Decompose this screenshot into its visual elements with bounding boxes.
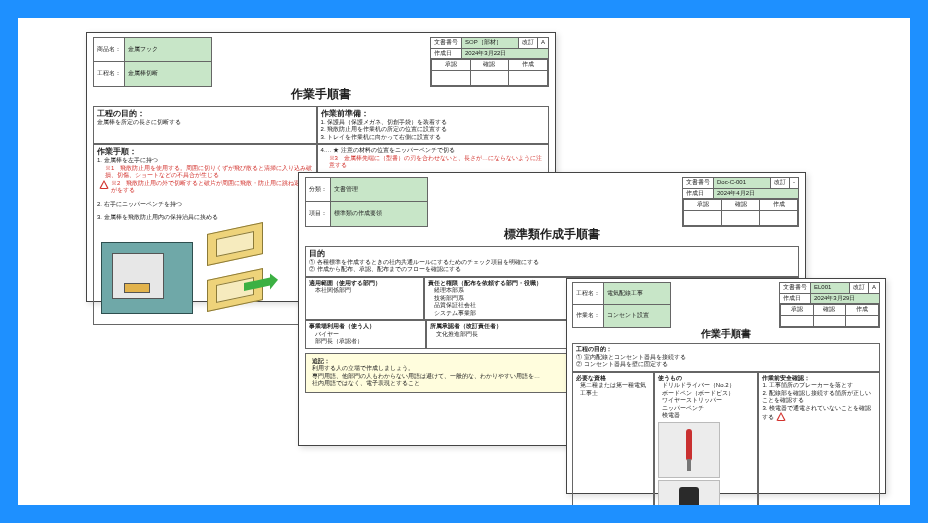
doc2-col2-head: 責任と権限（配布を依頼する部門・役職） [428,280,567,288]
doc2-subj: 標準類の作成要領 [331,202,428,226]
tray-illustration-2 [207,268,263,312]
doc1-step1: 1. 金属棒を左手に持つ [97,157,313,165]
doc1-process-label: 工程名： [94,62,125,86]
doc1-process: 金属棒切断 [125,62,212,86]
doc1-prep-1: 1. 保護具（保護メガネ、切創手袋）を装着する [321,119,545,127]
doc1-product: 金属フック [125,38,212,62]
doc1-right-header: 文書番号 SOP［部材］ 改訂 A 作成日 2024年3月22日 承認 確認 [430,37,549,87]
doc1-right-step4: 4.… ★ 注意の材料の位置をニッパーペンチで切る [321,147,545,155]
doc3-tool-2: ボードペン（ボードビス） [658,390,755,398]
doc1-prep-3: 3. トレイを作業机に向かって右側に設置する [321,134,545,142]
doc3-safety-2: 2. 配線部を確認し接続する箇所が正しいことを確認する [762,390,876,405]
doc3-tool-4: ニッパーペンチ [658,405,755,413]
doc3-created-label: 作成日 [779,293,810,304]
doc3-work-label: 工程名： [573,283,604,305]
doc3-rev-label: 改訂 [849,283,868,294]
doc2-right-header: 文書番号 Doc-C-001 改訂 - 作成日 2024年4月2日 承認 確認 [682,177,799,227]
doc3-docno: EL001 [810,283,849,294]
doc1-illustration [97,222,287,322]
doc3-purpose-1: ① 室内配線とコンセント器具を接続する [576,354,876,362]
doc3-tool-3: ワイヤーストリッパー [658,397,755,405]
doc3-docno-label: 文書番号 [779,283,810,294]
doc2-row2-left-2: 部門長（承認者） [309,338,422,346]
doc2-docno-label: 文書番号 [683,178,714,189]
doc2-dept-label: 分類： [306,178,331,202]
doc2-row2-left-head: 事業場利用者（使う人） [309,323,422,331]
doc2-purpose-2: ② 作成から配布、承認、配布までのフローを確認にする [309,266,795,274]
doc3-review-label: 確認 [813,305,846,316]
doc1-left-header: 商品名： 金属フック 工程名： 金属棒切断 [93,37,212,87]
doc2-date: 2024年4月2日 [714,188,799,199]
doc3-date: 2024年3月29日 [810,293,879,304]
doc3-safety-1: 1. 工事箇所のブレーカーを落とす [762,382,876,390]
screwdriver-photo [658,422,720,478]
doc1-docno: SOP［部材］ [461,38,518,49]
doc1-steps-head: 作業手順： [97,147,313,157]
doc1-purpose-head: 工程の目的： [97,109,313,119]
doc1-prep-head: 作業前準備： [321,109,545,119]
doc1-prep-2: 2. 飛散防止用を作業机の所定の位置に設置する [321,126,545,134]
doc3-tools-head: 使うもの [658,375,755,383]
doc3-task: コンセント設置 [604,305,671,327]
doc2-subj-label: 項目： [306,202,331,226]
doc2-col2-body-4: システム事業部 [428,310,567,318]
doc3-purpose-2: ② コンセント器具を壁に固定する [576,361,876,369]
doc2-dept: 文書管理 [331,178,428,202]
doc2-review-label: 確認 [722,200,760,211]
doc3-draft-label: 作成 [846,305,879,316]
doc3-approve-label: 承認 [780,305,813,316]
doc2-left-header: 分類： 文書管理 項目： 標準類の作成要領 [305,177,428,227]
doc1-title: 作業手順書 [87,87,555,102]
doc1-draft-label: 作成 [509,60,548,71]
tray-illustration-1 [207,222,263,266]
doc1-step1-warn2: ※2 飛散防止用の外で切断すると破片が周囲に飛散・防止用に跳ね返りけがをする [111,180,313,195]
doc1-review-label: 確認 [470,60,509,71]
warning-icon [776,412,786,421]
doc2-row2-right-body: 文化推進部門長 [430,331,571,339]
doc3-tool-1: ドリルドライバー（No.2） [658,382,755,390]
doc2-rev-label: 改訂 [771,178,790,189]
doc2-approve-label: 承認 [684,200,722,211]
doc1-date: 2024年3月22日 [461,48,548,59]
doc3-task-label: 作業名： [573,305,604,327]
doc3-qual: 第二種または第一種電気工事士 [576,382,650,397]
doc2-col2-body-1: 経理本部系 [428,287,567,295]
doc1-right-warn: ※3 金属棒先端に（型番）の刃を合わせないと、長さが…にならないように注意する [321,155,545,170]
doc2-col2-body-2: 技術部門系 [428,295,567,303]
doc1-step2: 2. 右手にニッパーペンチを持つ [97,201,313,209]
doc1-rev-label: 改訂 [518,38,537,49]
doc2-col1-body: 本社関係部門 [309,287,420,295]
doc2-draft-label: 作成 [760,200,798,211]
doc2-purpose-1: ① 各種標準を作成するときの社内共通ルールにするためのチェック項目を明確にする [309,259,795,267]
doc3-tool-5: 検電器 [658,412,755,420]
doc3-work-instruction: 工程名： 電気配線工事 作業名： コンセント設置 文書番号 EL001 改訂 A… [566,278,886,494]
doc2-purpose-head: 目的 [309,249,795,259]
doc1-purpose: 金属棒を所定の長さに切断する [97,119,313,127]
doc1-rev: A [537,38,548,49]
doc3-work: 電気配線工事 [604,283,671,305]
doc2-col2-body-3: 品質保証社会社 [428,302,567,310]
doc3-right-header: 文書番号 EL001 改訂 A 作成日 2024年3月29日 承認 確認 [779,282,880,328]
doc3-rev: A [868,283,879,294]
doc3-title: 作業手順書 [567,328,885,341]
doc3-purpose-head: 工程の目的： [576,346,876,354]
cutting-machine-illustration [101,242,193,314]
page-frame: 商品名： 金属フック 工程名： 金属棒切断 文書番号 SOP［部材］ 改訂 A … [0,0,928,523]
doc3-left-header: 工程名： 電気配線工事 作業名： コンセント設置 [572,282,671,328]
doc1-step1-warn1: ※1 飛散防止用を使用する。周囲に切りくずが飛び散ると清掃に入り込み破損、切傷、… [97,165,313,180]
doc1-approve-label: 承認 [431,60,470,71]
warning-icon [99,180,108,189]
doc2-created-label: 作成日 [683,188,714,199]
trowel-photo [658,480,720,523]
doc1-docno-label: 文書番号 [430,38,461,49]
doc1-product-label: 商品名： [94,38,125,62]
doc2-title: 標準類作成手順書 [299,227,805,242]
doc3-qual-head: 必要な資格 [576,375,650,383]
doc2-row2-right-head: 所属承認者（改訂責任者） [430,323,571,331]
doc2-docno: Doc-C-001 [714,178,771,189]
doc3-safety-head: 作業前安全確認： [762,375,876,383]
doc2-col1-head: 適用範囲（使用する部門） [309,280,420,288]
doc1-step3: 3. 金属棒を飛散防止用内の保持治具に挟める [97,214,313,222]
doc1-created-label: 作成日 [430,48,461,59]
doc2-row2-left-1: バイヤー [309,331,422,339]
